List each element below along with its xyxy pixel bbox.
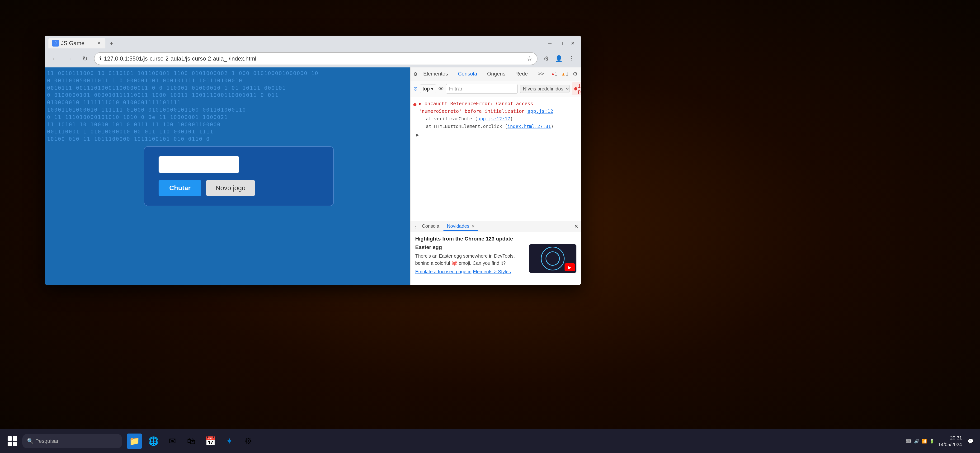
devtools-pointer-icon[interactable]: ⊘ (413, 86, 418, 92)
youtube-play-button[interactable]: ▶ (565, 263, 575, 271)
tab-more[interactable]: >> (533, 69, 548, 79)
browser-chrome: J JS Game ✕ + ─ □ ✕ ← → ↻ ℹ 127.0.0.1:55… (45, 36, 581, 67)
extensions-icon[interactable]: ⚙ (540, 53, 552, 64)
chute-button[interactable]: Chutar (159, 180, 201, 196)
game-buttons: Chutar Novo jogo (159, 180, 319, 196)
taskbar-edge[interactable]: 🌐 (146, 434, 161, 449)
devtools-dock-icon[interactable]: ⋮ (581, 69, 581, 79)
active-tab[interactable]: J JS Game ✕ (48, 38, 105, 48)
taskbar-search-icon: 🔍 (27, 438, 33, 444)
devtools-warning-badge: ▲ 1 (560, 69, 570, 79)
forward-button[interactable]: → (64, 52, 76, 65)
expand-error-button[interactable]: ▶ (416, 132, 578, 137)
easter-egg-text: Easter egg There's an Easter egg somewhe… (415, 244, 524, 275)
guess-input[interactable] (159, 156, 239, 173)
game-area: 11 0010111000 10 0110101 101100001 1100 … (45, 67, 410, 285)
error-location[interactable]: app.js:12 (528, 108, 553, 114)
devtools-bottom-tabs: ⋮ Consola Novidades ✕ ✕ (410, 221, 581, 232)
devtools-settings-icon[interactable]: ⚙ (413, 70, 418, 78)
address-bar[interactable]: ℹ 127.0.0.1:5501/js-curso-2-aula1/js-cur… (94, 52, 538, 65)
start-button[interactable] (5, 434, 20, 449)
log-levels-select[interactable]: Níveis predefinidos (520, 85, 570, 93)
tab-title: JS Game (61, 40, 84, 46)
error-circle-icon: ● (413, 100, 417, 108)
taskbar-clock[interactable]: 20:31 14/05/2024 (938, 434, 962, 448)
emulate-elements-link[interactable]: Elements > Styles (473, 269, 511, 274)
store-icon: 🛍 (187, 436, 196, 446)
bottom-tab-novidades[interactable]: Novidades ✕ (444, 222, 478, 231)
problem-label: 1 problema: (578, 83, 581, 94)
taskbar: 🔍 Pesquisar 📁 🌐 ✉ 🛍 📅 ✦ ⚙ ⌨ 🔊 📶 🔋 (0, 429, 980, 453)
error-entry: ● ▶ Uncaught ReferenceError: Cannot acce… (413, 100, 578, 130)
outer-circle (541, 247, 565, 270)
devtools-second-row: ⊘ top ▾ 👁 Níveis predefinidos 1 problema… (410, 81, 581, 97)
console-filter-input[interactable] (446, 84, 517, 94)
highlights-title: Highlights from the Chrome 123 update (415, 236, 576, 242)
taskbar-right-section: ⌨ 🔊 📶 🔋 20:31 14/05/2024 💬 (905, 434, 975, 448)
bottom-panel-close-button[interactable]: ✕ (574, 223, 578, 230)
taskbar-chrome[interactable]: ⚙ (241, 434, 256, 449)
devtools-bottom-panel: ⋮ Consola Novidades ✕ ✕ Highlights from … (410, 221, 581, 285)
tab-consola[interactable]: Consola (454, 69, 482, 79)
taskbar-app-icons: 📁 🌐 ✉ 🛍 📅 ✦ ⚙ (127, 434, 256, 449)
tab-origens[interactable]: Origens (483, 69, 510, 79)
devtools-toolbar-icons: ● 1 ▲ 1 ⚙ ⋮ ✕ (550, 69, 581, 79)
stack-frame-2[interactable]: at HTMLButtonElement.onclick (index.html… (426, 122, 578, 130)
calendar-icon: 📅 (205, 436, 216, 446)
stack-frame-1[interactable]: at verificarChute (app.js:12:17) (426, 115, 578, 122)
clock-time: 20:31 (938, 434, 962, 441)
top-frame-selector[interactable]: top ▾ (420, 84, 436, 93)
devtools-gear-icon[interactable]: ⚙ (571, 69, 580, 79)
tab-elementos[interactable]: Elementos (419, 69, 452, 79)
top-label: top (423, 86, 430, 92)
file-explorer-icon: 📁 (129, 436, 140, 446)
taskbar-mail[interactable]: ✉ (165, 434, 180, 449)
reload-button[interactable]: ↻ (79, 52, 91, 65)
eye-icon[interactable]: 👁 (439, 86, 444, 92)
url-text: 127.0.0.1:5501/js-curso-2-aula1/js-curso… (104, 55, 524, 62)
close-button[interactable]: ✕ (568, 38, 578, 48)
tray-icon-1: ⌨ (905, 439, 912, 444)
mail-icon: ✉ (169, 436, 176, 446)
novo-jogo-button[interactable]: Novo jogo (206, 180, 255, 196)
devtools-settings-dot: ⋮ (413, 224, 418, 229)
top-dropdown-icon: ▾ (431, 86, 433, 92)
easter-egg-description: There's an Easter egg somewhere in DevTo… (415, 253, 524, 267)
problem-badge: 1 problema: 1 (572, 83, 581, 95)
browser-content: 11 0010111000 10 0110101 101100001 1100 … (45, 67, 581, 285)
tab-favicon: J (52, 40, 59, 46)
error-type: ▶ Uncaught ReferenceError: Cannot access… (419, 101, 533, 114)
windows-logo-icon (8, 436, 17, 446)
tab-close-button[interactable]: ✕ (96, 40, 102, 46)
bookmark-icon[interactable]: ☆ (527, 55, 532, 62)
notification-button[interactable]: 💬 (966, 436, 975, 446)
back-button[interactable]: ← (48, 52, 61, 65)
youtube-thumbnail[interactable]: ▶ (529, 244, 576, 273)
taskbar-store[interactable]: 🛍 (184, 434, 199, 449)
toolbar-icons: ⚙ 👤 ⋮ (540, 53, 578, 64)
profile-icon[interactable]: 👤 (553, 53, 565, 64)
menu-icon[interactable]: ⋮ (566, 53, 578, 64)
taskbar-calendar[interactable]: 📅 (203, 434, 218, 449)
bottom-tab-consola[interactable]: Consola (418, 222, 442, 231)
game-card: Chutar Novo jogo (144, 146, 334, 206)
error-message-block: ▶ Uncaught ReferenceError: Cannot access… (419, 100, 578, 130)
tab-rede[interactable]: Rede (511, 69, 532, 79)
easter-egg-row: Easter egg There's an Easter egg somewhe… (415, 244, 576, 275)
new-tab-button[interactable]: + (106, 39, 117, 48)
taskbar-search-box[interactable]: 🔍 Pesquisar (22, 434, 122, 448)
taskbar-file-explorer[interactable]: 📁 (127, 434, 142, 449)
devtools-console-content: ● ▶ Uncaught ReferenceError: Cannot acce… (410, 97, 581, 221)
easter-egg-title: Easter egg (415, 244, 524, 251)
taskbar-vscode[interactable]: ✦ (222, 434, 237, 449)
maximize-button[interactable]: □ (557, 38, 566, 48)
minimize-button[interactable]: ─ (545, 38, 555, 48)
browser-tabs: J JS Game ✕ + (48, 38, 117, 48)
vscode-icon: ✦ (226, 436, 233, 446)
bottom-tab-novidades-close[interactable]: ✕ (471, 224, 475, 229)
taskbar-search-placeholder: Pesquisar (35, 438, 59, 444)
devtools-toolbar: ⚙ Elementos Consola Origens Rede >> ● 1 … (410, 67, 581, 81)
bottom-panel-content: Highlights from the Chrome 123 update Ea… (410, 232, 581, 278)
browser-toolbar: ← → ↻ ℹ 127.0.0.1:5501/js-curso-2-aula1/… (48, 50, 578, 67)
devtools-error-badge: ● 1 (550, 69, 559, 79)
